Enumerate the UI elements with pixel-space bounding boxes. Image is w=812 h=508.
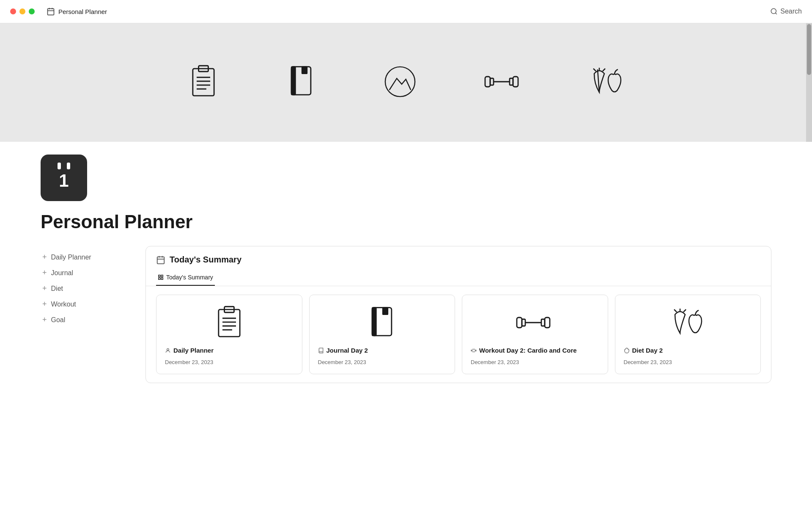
svg-line-24 (603, 69, 605, 71)
sidebar-plus-icon: + (42, 284, 47, 293)
sidebar-label-workout: Workout (51, 301, 76, 308)
sidebar: + Daily Planner + Journal + Diet + Worko… (41, 246, 125, 383)
card-date-journal: December 23, 2023 (318, 359, 447, 365)
summary-calendar-icon (156, 255, 165, 265)
sidebar-label-daily-planner: Daily Planner (51, 254, 91, 261)
calendar-title-icon (47, 7, 55, 16)
summary-tabs: Today's Summary (146, 270, 771, 286)
tab-today-summary[interactable]: Today's Summary (156, 270, 215, 286)
mountain-hero-icon (384, 65, 417, 100)
svg-rect-31 (159, 278, 160, 279)
card-diet[interactable]: Diet Day 2 December 23, 2023 (615, 295, 761, 374)
card-journal[interactable]: Journal Day 2 December 23, 2023 (309, 295, 455, 374)
page-header: 1 (0, 142, 812, 201)
traffic-lights (10, 8, 35, 14)
app-title-text: Personal Planner (58, 8, 107, 15)
svg-rect-32 (161, 278, 163, 279)
svg-rect-33 (219, 309, 240, 337)
search-icon (770, 8, 778, 15)
page-title: Personal Planner (0, 201, 812, 246)
svg-rect-13 (291, 67, 295, 95)
svg-point-4 (771, 8, 776, 14)
sidebar-item-goal[interactable]: + Goal (41, 312, 125, 328)
app-title-bar: Personal Planner (47, 7, 107, 16)
card-person-icon (165, 348, 171, 353)
sidebar-label-goal: Goal (51, 316, 66, 324)
sidebar-label-diet: Diet (51, 285, 63, 293)
main-layout: + Daily Planner + Journal + Diet + Worko… (0, 246, 812, 403)
card-title-daily-planner: Daily Planner (165, 347, 294, 354)
hero-banner (0, 23, 812, 142)
minimize-button[interactable] (19, 8, 25, 14)
summary-title: Today's Summary (170, 255, 241, 265)
card-daily-planner[interactable]: Daily Planner December 23, 2023 (156, 295, 302, 374)
svg-rect-16 (485, 77, 490, 87)
svg-rect-42 (383, 308, 388, 315)
svg-rect-6 (193, 69, 214, 96)
svg-line-5 (776, 13, 777, 14)
svg-rect-25 (157, 257, 165, 264)
card-apple-icon (624, 348, 630, 353)
svg-rect-30 (161, 275, 163, 277)
card-image-workout (471, 304, 599, 342)
card-date-daily-planner: December 23, 2023 (165, 359, 294, 365)
svg-line-22 (593, 69, 596, 71)
titlebar: Personal Planner Search (0, 0, 812, 23)
card-image-clipboard (165, 304, 294, 342)
svg-rect-41 (372, 308, 376, 336)
summary-card: Today's Summary Today's Summary (145, 246, 771, 383)
card-image-journal (318, 304, 447, 342)
svg-rect-14 (302, 67, 307, 74)
tab-grid-icon (158, 274, 164, 280)
sidebar-item-workout[interactable]: + Workout (41, 296, 125, 312)
tab-label: Today's Summary (166, 274, 213, 281)
card-dumbbell-icon (471, 348, 477, 353)
card-date-workout: December 23, 2023 (471, 359, 599, 365)
sidebar-item-daily-planner[interactable]: + Daily Planner (41, 249, 125, 265)
search-button[interactable]: Search (770, 8, 802, 15)
search-label: Search (780, 8, 802, 15)
cards-grid: Daily Planner December 23, 2023 (146, 286, 771, 383)
diet-card-icon (671, 308, 705, 337)
content-area: Today's Summary Today's Summary (145, 246, 771, 383)
sidebar-plus-icon: + (42, 315, 47, 324)
card-title-diet: Diet Day 2 (624, 347, 752, 354)
sidebar-plus-icon: + (42, 268, 47, 277)
scrollbar[interactable] (806, 23, 812, 142)
svg-line-48 (674, 309, 677, 312)
card-image-diet (624, 304, 752, 342)
card-title-workout: Workout Day 2: Cardio and Core (471, 347, 599, 354)
sidebar-plus-icon: + (42, 253, 47, 262)
svg-line-50 (683, 309, 686, 312)
diet-hero-icon (590, 67, 624, 98)
sidebar-item-journal[interactable]: + Journal (41, 265, 125, 281)
clipboard-hero-icon (188, 65, 219, 100)
journal-card-icon (367, 306, 397, 340)
clipboard-card-icon (214, 306, 244, 340)
svg-rect-0 (48, 8, 54, 15)
dumbbell-card-icon (516, 308, 554, 337)
sidebar-item-diet[interactable]: + Diet (41, 281, 125, 296)
dumbbell-hero-icon (484, 69, 522, 96)
sidebar-label-journal: Journal (51, 269, 73, 277)
summary-header: Today's Summary (146, 246, 771, 265)
titlebar-left: Personal Planner (10, 7, 107, 16)
svg-rect-20 (513, 77, 518, 87)
calendar-number: 1 (59, 172, 69, 190)
svg-rect-43 (517, 318, 522, 328)
card-title-journal: Journal Day 2 (318, 347, 447, 354)
card-book-icon (318, 348, 324, 353)
card-workout[interactable]: Workout Day 2: Cardio and Core December … (462, 295, 608, 374)
journal-hero-icon (286, 65, 316, 100)
sidebar-plus-icon: + (42, 300, 47, 309)
close-button[interactable] (10, 8, 16, 14)
maximize-button[interactable] (29, 8, 35, 14)
svg-rect-44 (522, 319, 525, 326)
svg-rect-47 (545, 318, 550, 328)
svg-rect-17 (490, 78, 494, 85)
svg-point-39 (167, 348, 169, 351)
card-date-diet: December 23, 2023 (624, 359, 752, 365)
page-calendar-icon: 1 (41, 155, 87, 201)
svg-rect-29 (159, 275, 160, 277)
